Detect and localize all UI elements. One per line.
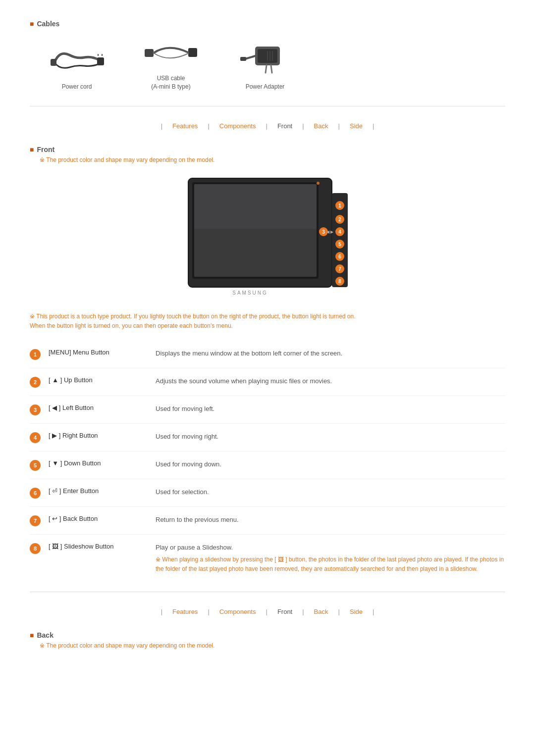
power-cord-image — [50, 44, 104, 79]
btn-name-down: [ ▼ ] Down Button — [49, 459, 148, 467]
usb-cable-image — [144, 36, 198, 70]
nav-sep-3: | — [302, 122, 304, 130]
btn-desc-menu: Displays the menu window at the bottom l… — [156, 349, 342, 359]
svg-text:6: 6 — [338, 254, 341, 259]
nav-bar-top: | Features | Components | Front | Back |… — [30, 116, 505, 136]
nav-bot-sep-5: | — [373, 608, 374, 615]
button-list: 1 [MENU] Menu Button Displays the menu w… — [30, 341, 505, 582]
back-header: ■ Back — [30, 631, 505, 639]
badge-7: 7 — [30, 515, 41, 526]
front-warning: This product is a touch type product. If… — [30, 312, 505, 331]
nav-sep-5: | — [373, 122, 374, 130]
front-header: ■ Front — [30, 146, 505, 153]
usb-cable-label: USB cable (A-mini B type) — [151, 74, 190, 91]
svg-text:5: 5 — [338, 242, 341, 247]
button-item-enter: 6 [ ⏎ ] Enter Button Used for selection. — [30, 479, 505, 507]
back-icon: ■ — [30, 631, 34, 639]
nav-front: Front — [277, 122, 292, 130]
button-item-back: 7 [ ↩ ] Back Button Return to the previo… — [30, 507, 505, 535]
svg-rect-1 — [97, 57, 104, 65]
power-adapter-label: Power Adapter — [246, 83, 285, 91]
btn-desc-back: Return to the previous menu. — [156, 515, 239, 525]
badge-5: 5 — [30, 460, 41, 471]
btn-name-menu: [MENU] Menu Button — [49, 349, 148, 356]
nav-bot-sep-4: | — [338, 608, 340, 615]
btn-desc-right: Used for moving right. — [156, 432, 218, 442]
svg-text:2: 2 — [338, 217, 341, 222]
power-cord-item: Power cord — [50, 44, 104, 91]
back-title: Back — [37, 631, 53, 639]
btn-desc-slideshow: Play or pause a Slideshow. When playing … — [156, 543, 505, 574]
svg-text:7: 7 — [338, 266, 341, 272]
nav-bot-sep-1: | — [208, 608, 209, 615]
svg-point-37 — [317, 182, 320, 185]
cables-section-header: ■ Cables — [30, 20, 505, 28]
svg-text:3: 3 — [322, 229, 325, 235]
nav-bot-sep-2: | — [266, 608, 267, 615]
nav-bot-back[interactable]: Back — [314, 608, 328, 615]
nav-features[interactable]: Features — [172, 122, 198, 130]
usb-cable-item: USB cable (A-mini B type) — [144, 36, 198, 91]
btn-desc-up: Adjusts the sound volume when playing mu… — [156, 376, 332, 387]
btn-desc-left: Used for moving left. — [156, 404, 214, 414]
btn-name-right: [ ▶ ] Right Button — [49, 432, 148, 439]
button-item-right: 4 [ ▶ ] Right Button Used for moving rig… — [30, 424, 505, 452]
btn-desc-down: Used for moving down. — [156, 459, 221, 470]
button-item-menu: 1 [MENU] Menu Button Displays the menu w… — [30, 341, 505, 368]
button-item-down: 5 [ ▼ ] Down Button Used for moving down… — [30, 452, 505, 479]
badge-8: 8 — [30, 543, 41, 554]
svg-rect-9 — [240, 57, 246, 61]
nav-bot-sep-3: | — [302, 608, 304, 615]
svg-text:SAMSUNG: SAMSUNG — [232, 290, 268, 296]
btn-name-back: [ ↩ ] Back Button — [49, 515, 148, 522]
device-image-container: SAMSUNG 1 2 3 — [30, 173, 505, 302]
badge-4: 4 — [30, 432, 41, 443]
svg-rect-18 — [194, 184, 317, 229]
nav-sep-2: | — [266, 122, 267, 130]
front-section: ■ Front The product color and shape may … — [30, 146, 505, 582]
nav-bot-components[interactable]: Components — [219, 608, 256, 615]
cables-row: Power cord USB cable (A-mini B type) — [50, 36, 505, 91]
nav-components[interactable]: Components — [219, 122, 256, 130]
svg-text:1: 1 — [338, 203, 341, 208]
btn-desc-enter: Used for selection. — [156, 487, 209, 498]
svg-text:4: 4 — [338, 229, 341, 235]
svg-rect-0 — [51, 59, 56, 66]
front-note: The product color and shape may vary dep… — [40, 156, 505, 163]
device-image: SAMSUNG 1 2 3 — [183, 173, 352, 302]
nav-sep-4: | — [338, 122, 340, 130]
button-item-left: 3 [ ◀ ] Left Button Used for moving left… — [30, 396, 505, 424]
nav-bar-bottom: | Features | Components | Front | Back |… — [30, 602, 505, 621]
svg-line-11 — [271, 65, 272, 73]
nav-side[interactable]: Side — [350, 122, 363, 130]
svg-line-10 — [266, 65, 267, 73]
button-item-up: 2 [ ▲ ] Up Button Adjusts the sound volu… — [30, 368, 505, 396]
btn-name-enter: [ ⏎ ] Enter Button — [49, 487, 148, 495]
divider-1 — [30, 106, 505, 106]
nav-bot-side[interactable]: Side — [350, 608, 363, 615]
nav-sep-0: | — [161, 122, 162, 130]
badge-6: 6 — [30, 488, 41, 499]
nav-back[interactable]: Back — [314, 122, 328, 130]
front-icon: ■ — [30, 146, 34, 153]
slideshow-subnote: When playing a slideshow by pressing the… — [156, 555, 505, 574]
btn-name-left: [ ◀ ] Left Button — [49, 404, 148, 411]
power-adapter-item: Power Adapter — [238, 44, 292, 91]
btn-name-up: [ ▲ ] Up Button — [49, 376, 148, 384]
cables-icon: ■ — [30, 20, 34, 28]
badge-2: 2 — [30, 377, 41, 388]
cables-title: Cables — [37, 20, 59, 28]
back-note: The product color and shape may vary dep… — [40, 642, 505, 649]
divider-2 — [30, 592, 505, 592]
svg-text:8: 8 — [338, 279, 341, 284]
back-section: ■ Back The product color and shape may v… — [30, 631, 505, 649]
button-item-slideshow: 8 [ 🖼 ] Slideshow Button Play or pause a… — [30, 535, 505, 582]
svg-text:◀ ▶: ◀ ▶ — [326, 230, 334, 234]
badge-1: 1 — [30, 349, 41, 360]
svg-rect-4 — [145, 49, 154, 57]
front-title: Front — [37, 146, 54, 153]
svg-rect-5 — [188, 48, 197, 57]
badge-3: 3 — [30, 404, 41, 415]
nav-bot-features[interactable]: Features — [172, 608, 198, 615]
btn-name-slideshow: [ 🖼 ] Slideshow Button — [49, 543, 148, 550]
